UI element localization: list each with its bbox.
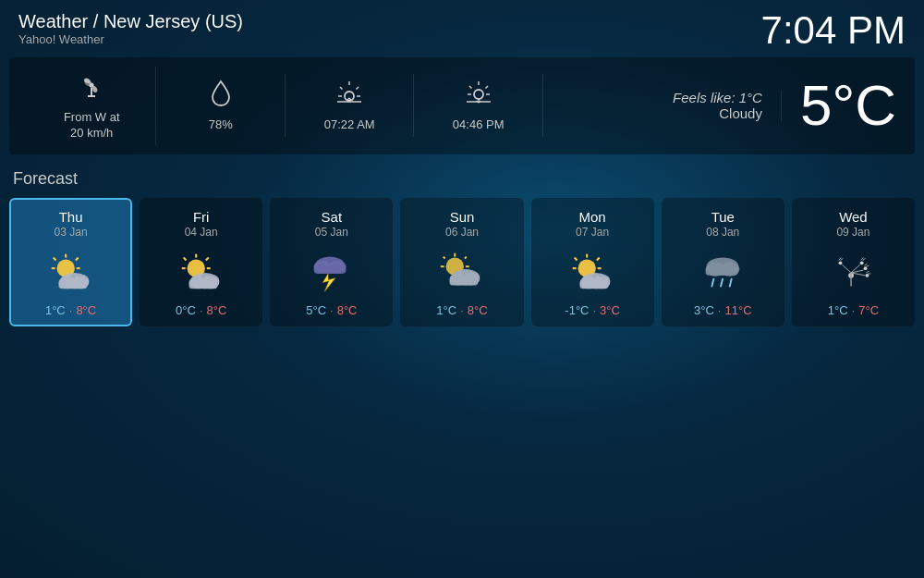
svg-line-30 bbox=[206, 257, 209, 260]
forecast-card-tue[interactable]: Tue 08 Jan 3°C · 11°C bbox=[662, 198, 784, 326]
feels-condition: Feels like: 1°C Cloudy bbox=[543, 90, 782, 121]
forecast-card-mon[interactable]: Mon 07 Jan -1°C · 3°C bbox=[531, 198, 654, 326]
svg-rect-38 bbox=[188, 280, 217, 289]
svg-rect-52 bbox=[449, 277, 478, 286]
forecast-card-sat[interactable]: Sat 05 Jan 5°C · 8°C bbox=[270, 198, 393, 326]
svg-line-5 bbox=[357, 87, 359, 90]
forecast-day-name: Thu bbox=[59, 209, 83, 225]
svg-point-10 bbox=[474, 90, 483, 99]
svg-point-82 bbox=[866, 274, 869, 277]
header: Weather / New Jersey (US) Yahoo! Weather… bbox=[0, 0, 924, 57]
humidity-label: 78% bbox=[209, 117, 233, 133]
forecast-grid: Thu 03 Jan 1°C · 8°C Fri 04 Jan bbox=[9, 198, 915, 326]
forecast-temp-dot: · bbox=[460, 303, 464, 317]
forecast-title: Forecast bbox=[9, 169, 915, 189]
svg-line-12 bbox=[485, 86, 488, 89]
forecast-day-name: Mon bbox=[579, 209, 606, 225]
forecast-temp-high: 8°C bbox=[207, 303, 227, 317]
forecast-day-date: 09 Jan bbox=[836, 226, 869, 239]
forecast-temp-dot: · bbox=[852, 303, 856, 317]
svg-rect-27 bbox=[58, 280, 87, 289]
forecast-temp-low: 1°C bbox=[436, 303, 456, 317]
svg-line-31 bbox=[183, 257, 186, 260]
forecast-temps: 1°C · 8°C bbox=[436, 303, 487, 317]
svg-line-46 bbox=[444, 256, 445, 258]
svg-point-78 bbox=[864, 266, 868, 270]
svg-line-85 bbox=[843, 264, 852, 273]
svg-point-74 bbox=[860, 261, 864, 264]
forecast-day-name: Sat bbox=[322, 209, 343, 225]
forecast-weather-icon bbox=[304, 246, 359, 298]
forecast-section: Forecast Thu 03 Jan 1°C · 8°C Fri 04 Jan bbox=[0, 154, 924, 326]
header-right: 7:04 PM bbox=[761, 11, 906, 50]
forecast-temp-high: 11°C bbox=[724, 303, 751, 317]
forecast-weather-icon bbox=[695, 246, 750, 298]
forecast-card-thu[interactable]: Thu 03 Jan 1°C · 8°C bbox=[9, 198, 132, 326]
forecast-day-date: 07 Jan bbox=[576, 226, 609, 239]
forecast-temps: 1°C · 8°C bbox=[45, 303, 96, 317]
forecast-card-sun[interactable]: Sun 06 Jan 1°C · 8°C bbox=[400, 198, 523, 326]
forecast-temp-dot: · bbox=[592, 303, 596, 317]
forecast-card-wed[interactable]: Wed 09 Jan 1°C · 7°C bbox=[792, 198, 915, 326]
svg-line-6 bbox=[340, 87, 343, 90]
forecast-day-date: 03 Jan bbox=[55, 226, 88, 239]
svg-line-83 bbox=[867, 271, 869, 273]
forecast-temps: 0°C · 8°C bbox=[176, 303, 226, 317]
forecast-weather-icon bbox=[825, 246, 881, 298]
svg-line-19 bbox=[75, 257, 78, 260]
forecast-temp-high: 8°C bbox=[76, 303, 96, 317]
wind-stat: From W at 20 km/h bbox=[28, 67, 156, 145]
forecast-day-date: 04 Jan bbox=[185, 226, 218, 239]
svg-line-69 bbox=[721, 279, 723, 287]
sunset-icon bbox=[464, 78, 493, 114]
svg-line-70 bbox=[730, 279, 732, 287]
sunset-stat: 04:46 PM bbox=[414, 74, 542, 137]
header-left: Weather / New Jersey (US) Yahoo! Weather bbox=[18, 11, 243, 46]
svg-line-76 bbox=[863, 258, 866, 260]
forecast-card-fri[interactable]: Fri 04 Jan 0°C · 8°C bbox=[140, 198, 262, 326]
forecast-temp-low: -1°C bbox=[565, 303, 589, 317]
forecast-day-name: Wed bbox=[839, 209, 868, 225]
main-temperature: 5°C bbox=[782, 77, 896, 134]
forecast-temp-low: 5°C bbox=[306, 303, 326, 317]
forecast-temp-high: 8°C bbox=[468, 303, 488, 317]
forecast-temp-high: 7°C bbox=[858, 303, 879, 317]
svg-line-20 bbox=[53, 257, 55, 260]
wind-label: From W at 20 km/h bbox=[64, 110, 120, 141]
forecast-temps: 1°C · 7°C bbox=[828, 303, 879, 317]
svg-line-80 bbox=[867, 265, 869, 266]
forecast-day-date: 06 Jan bbox=[445, 226, 479, 239]
page-subtitle: Yahoo! Weather bbox=[18, 32, 243, 46]
forecast-temp-dot: · bbox=[330, 303, 334, 317]
forecast-weather-icon bbox=[434, 246, 490, 298]
sunrise-icon bbox=[334, 78, 364, 114]
current-weather-bar: From W at 20 km/h 78% bbox=[9, 57, 915, 154]
forecast-temp-high: 8°C bbox=[337, 303, 358, 317]
page-title: Weather / New Jersey (US) bbox=[18, 11, 243, 32]
svg-point-86 bbox=[839, 261, 843, 264]
feels-like: Feels like: 1°C bbox=[673, 90, 762, 105]
forecast-day-name: Fri bbox=[193, 209, 210, 225]
svg-line-79 bbox=[865, 264, 868, 265]
svg-line-56 bbox=[575, 257, 578, 260]
svg-line-45 bbox=[465, 256, 467, 258]
forecast-temps: 3°C · 11°C bbox=[694, 303, 752, 317]
forecast-weather-icon bbox=[174, 246, 229, 298]
svg-line-55 bbox=[597, 257, 600, 260]
current-time: 7:04 PM bbox=[761, 11, 906, 50]
condition: Cloudy bbox=[719, 105, 762, 121]
svg-line-68 bbox=[712, 279, 714, 287]
forecast-day-name: Sun bbox=[450, 209, 475, 225]
svg-rect-63 bbox=[580, 280, 609, 289]
forecast-temp-low: 1°C bbox=[828, 303, 848, 317]
forecast-temp-low: 1°C bbox=[45, 303, 66, 317]
forecast-temp-low: 0°C bbox=[176, 303, 196, 317]
humidity-stat: 78% bbox=[156, 74, 285, 137]
forecast-weather-icon bbox=[565, 246, 620, 298]
forecast-temp-high: 3°C bbox=[600, 303, 620, 317]
svg-line-13 bbox=[469, 86, 472, 89]
forecast-temps: -1°C · 3°C bbox=[565, 303, 620, 317]
forecast-day-name: Tue bbox=[711, 209, 735, 225]
sunrise-stat: 07:22 AM bbox=[286, 74, 414, 137]
forecast-weather-icon bbox=[43, 246, 99, 298]
